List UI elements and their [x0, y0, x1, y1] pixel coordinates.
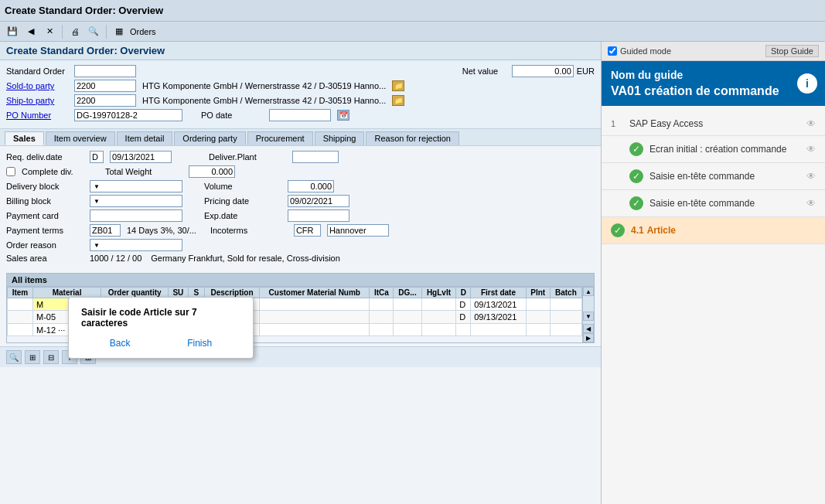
incoterms-place-input[interactable]: [327, 224, 389, 237]
step-eye-3[interactable]: 👁: [806, 171, 816, 182]
scroll-down-icon[interactable]: ▼: [583, 312, 594, 321]
bottom-icon-3[interactable]: ⊟: [43, 350, 59, 364]
step-text-1: SAP Easy Access: [629, 118, 800, 129]
guide-step-1[interactable]: 1 SAP Easy Access 👁: [602, 112, 825, 136]
sold-to-party-row: Sold-to party HTG Komponente GmbH / Wern…: [6, 80, 595, 92]
tab-sales[interactable]: Sales: [5, 131, 44, 145]
items-header: All items: [7, 274, 594, 287]
payment-card-row: Payment card Exp.date: [6, 209, 595, 222]
sales-area-desc: Germany Frankfurt, Sold for resale, Cros…: [151, 254, 340, 263]
cell-custmat-3: [260, 324, 370, 336]
volume-input[interactable]: [288, 180, 334, 192]
col-plnt: Plnt: [526, 288, 550, 298]
scroll-right-icon[interactable]: ▶: [583, 333, 594, 342]
guide-step-3[interactable]: ✓ Saisie en-tête commande 👁: [602, 163, 825, 190]
tab-item-overview[interactable]: Item overview: [46, 131, 115, 145]
sales-area-row: Sales area 1000 / 12 / 00 Germany Frankf…: [6, 254, 595, 263]
req-deliv-row: Req. deliv.date Deliver.Plant: [6, 151, 595, 163]
grid-icon[interactable]: ▦: [111, 24, 127, 39]
tab-ordering-party[interactable]: Ordering party: [174, 131, 245, 145]
stop-guide-button[interactable]: Stop Guide: [765, 45, 819, 57]
exit-icon[interactable]: ✕: [42, 24, 57, 39]
net-value-input[interactable]: [512, 65, 574, 77]
guide-steps-list: 1 SAP Easy Access 👁 ✓ Ecran initial : cr…: [602, 106, 825, 504]
payment-card-input[interactable]: [90, 209, 182, 222]
guide-header-bar: Guided mode Stop Guide: [602, 42, 825, 61]
cell-hglvit-2: [421, 311, 456, 324]
po-number-label[interactable]: PO Number: [6, 111, 68, 120]
tab-item-detail[interactable]: Item detail: [117, 131, 173, 145]
billing-block-label: Billing block: [6, 196, 84, 206]
tab-shipping[interactable]: Shipping: [315, 131, 365, 145]
order-reason-dropdown[interactable]: ▼: [90, 239, 182, 251]
guide-info-icon[interactable]: i: [797, 73, 817, 94]
sales-area-label: Sales area: [6, 254, 84, 263]
exp-date-label: Exp.date: [204, 211, 281, 220]
req-deliv-d-input[interactable]: [90, 151, 104, 163]
incoterms-code-input[interactable]: [294, 224, 321, 237]
complete-div-row: Complete div. Total Weight: [6, 165, 595, 178]
save-icon[interactable]: 💾: [5, 24, 20, 39]
sales-area-value: 1000 / 12 / 00: [90, 254, 141, 263]
back-button[interactable]: Back: [110, 338, 131, 349]
exp-date-input[interactable]: [288, 209, 349, 222]
sold-to-party-label[interactable]: Sold-to party: [6, 81, 68, 90]
step-eye-2[interactable]: 👁: [806, 144, 816, 155]
back-icon[interactable]: ◀: [23, 24, 39, 39]
tab-reason-rejection[interactable]: Reason for rejection: [366, 131, 459, 145]
standard-order-input[interactable]: [74, 65, 136, 77]
billing-block-dropdown[interactable]: ▼: [90, 195, 182, 207]
guide-step-5[interactable]: ✓ 4.1Article: [602, 217, 825, 244]
cell-batch-3: [550, 324, 581, 336]
sold-to-party-input[interactable]: [74, 80, 136, 92]
po-number-input[interactable]: [74, 109, 182, 121]
complete-div-checkbox[interactable]: [6, 167, 15, 176]
step-text-5: 4.1Article: [631, 225, 816, 236]
guide-title-section: Nom du guide VA01 création de commande i: [602, 61, 825, 106]
cell-item-2: [8, 311, 33, 324]
cell-d-2: D: [456, 311, 471, 324]
ship-to-party-input[interactable]: [74, 94, 136, 107]
step-eye-4[interactable]: 👁: [806, 198, 816, 209]
ship-to-folder-icon[interactable]: 📁: [392, 95, 404, 106]
ship-to-party-label[interactable]: Ship-to party: [6, 96, 68, 105]
window-title-bar: Create Standard Order: Overview: [0, 0, 825, 22]
ship-to-party-row: Ship-to party HTG Komponente GmbH / Wern…: [6, 94, 595, 107]
payment-card-label: Payment card: [6, 211, 84, 220]
cell-dg-3: [394, 324, 421, 336]
step-eye-1[interactable]: 👁: [806, 118, 816, 129]
deliver-plant-input[interactable]: [292, 151, 339, 163]
cell-item-1: [8, 298, 33, 311]
delivery-block-dropdown[interactable]: ▼: [90, 180, 182, 192]
step-check-3: ✓: [629, 169, 643, 183]
form-title: Create Standard Order: Overview: [6, 45, 595, 56]
cell-item-3: [8, 324, 33, 336]
scroll-up-icon[interactable]: ▲: [583, 287, 594, 296]
tooltip-buttons: Back Finish: [81, 338, 240, 349]
col-batch: Batch: [550, 288, 581, 298]
sold-to-folder-icon[interactable]: 📁: [392, 80, 404, 91]
guide-step-4[interactable]: ✓ Saisie en-tête commande 👁: [602, 190, 825, 217]
total-weight-input[interactable]: [189, 165, 235, 178]
cell-itca-3: [370, 324, 394, 336]
po-calendar-icon[interactable]: 📅: [337, 110, 349, 121]
req-deliv-date-input[interactable]: [110, 151, 172, 163]
step-text-2: Ecran initial : création commande: [649, 144, 800, 155]
scroll-left-icon[interactable]: ◀: [583, 324, 594, 333]
finish-button[interactable]: Finish: [187, 338, 212, 349]
sales-tab-content: Req. deliv.date Deliver.Plant Complete d…: [0, 146, 601, 270]
guided-mode-checkbox[interactable]: [608, 46, 617, 56]
guide-step-2[interactable]: ✓ Ecran initial : création commande 👁: [602, 136, 825, 163]
cell-itca-2: [370, 311, 394, 324]
order-reason-row: Order reason ▼: [6, 239, 595, 251]
pricing-date-label: Pricing date: [204, 196, 281, 206]
bottom-icon-2[interactable]: ⊞: [25, 350, 40, 364]
find-icon[interactable]: 🔍: [86, 24, 101, 39]
pricing-date-input[interactable]: [288, 195, 349, 207]
payment-terms-code-input[interactable]: [90, 224, 121, 237]
bottom-icon-1[interactable]: 🔍: [6, 350, 22, 364]
po-date-input[interactable]: [269, 109, 331, 121]
print-icon[interactable]: 🖨: [67, 24, 83, 39]
deliver-plant-label: Deliver.Plant: [209, 152, 286, 162]
tab-procurement[interactable]: Procurement: [247, 131, 313, 145]
